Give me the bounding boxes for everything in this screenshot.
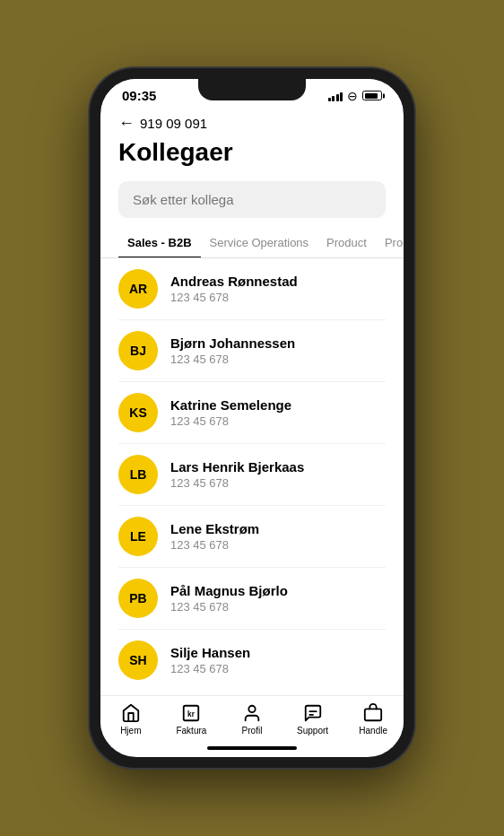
nav-item-hjem[interactable]: Hjem [100, 703, 161, 736]
phone-number: 919 09 091 [140, 116, 207, 131]
contact-info: Lene Ekstrøm 123 45 678 [170, 521, 386, 552]
page-title: Kollegaer [118, 138, 386, 167]
nav-label-faktura: Faktura [176, 726, 206, 736]
wifi-icon: ⊖ [347, 89, 358, 103]
contact-phone: 123 45 678 [170, 353, 386, 366]
contact-info: Katrine Semelenge 123 45 678 [170, 397, 386, 428]
status-time: 09:35 [122, 88, 156, 103]
contact-name: Katrine Semelenge [170, 397, 386, 413]
battery-icon [362, 91, 382, 100]
contact-name: Andreas Rønnestad [170, 274, 386, 289]
avatar: SH [118, 640, 158, 680]
home-bar [207, 746, 297, 750]
svg-point-2 [248, 706, 255, 712]
nav-label-hjem: Hjem [120, 726, 141, 736]
status-icons: ⊖ [328, 89, 383, 103]
handle-icon [363, 703, 383, 723]
search-input[interactable] [118, 181, 386, 218]
contact-name: Lene Ekstrøm [170, 521, 386, 536]
avatar: KS [118, 393, 158, 432]
profil-icon [242, 703, 262, 723]
app-content: ← 919 09 091 Kollegaer Sales - B2B Servi… [100, 107, 404, 695]
nav-item-faktura[interactable]: kr Faktura [161, 703, 222, 736]
home-indicator [100, 739, 404, 757]
nav-item-profil[interactable]: Profil [222, 703, 282, 736]
phone-frame: 09:35 ⊖ ← 919 09 091 [90, 68, 414, 768]
contact-item[interactable]: LB Lars Henrik Bjerkaas 123 45 678 [118, 444, 386, 506]
contact-info: Bjørn Johannessen 123 45 678 [170, 335, 386, 366]
avatar: LB [118, 455, 158, 494]
contact-name: Lars Henrik Bjerkaas [170, 459, 386, 475]
avatar: AR [118, 269, 158, 309]
contact-info: Pål Magnus Bjørlo 123 45 678 [170, 583, 386, 614]
contact-name: Silje Hansen [170, 645, 386, 660]
contact-item[interactable]: BJ Bjørn Johannessen 123 45 678 [118, 320, 386, 382]
avatar: LE [118, 517, 158, 556]
nav-label-support: Support [297, 726, 328, 736]
contact-info: Lars Henrik Bjerkaas 123 45 678 [170, 459, 386, 490]
avatar: PB [118, 579, 158, 618]
nav-item-handle[interactable]: Handle [343, 703, 404, 736]
support-icon [303, 703, 323, 723]
bottom-nav: Hjem kr Faktura Profil [100, 695, 404, 739]
nav-item-support[interactable]: Support [282, 703, 343, 736]
contact-phone: 123 45 678 [170, 600, 386, 614]
contact-phone: 123 45 678 [170, 291, 386, 304]
contact-phone: 123 45 678 [170, 662, 386, 675]
search-bar [118, 181, 386, 218]
contact-item[interactable]: PB Pål Magnus Bjørlo 123 45 678 [118, 568, 386, 630]
notch [198, 79, 306, 100]
faktura-icon: kr [181, 703, 201, 723]
contact-info: Silje Hansen 123 45 678 [170, 645, 386, 675]
tabs: Sales - B2B Service Operations Product P… [100, 229, 404, 258]
svg-text:kr: kr [187, 710, 196, 718]
contact-phone: 123 45 678 [170, 476, 386, 490]
tab-procu[interactable]: Procu... [376, 229, 404, 258]
contact-item[interactable]: KS Katrine Semelenge 123 45 678 [118, 382, 386, 444]
back-arrow-icon: ← [118, 114, 135, 133]
phone-screen: 09:35 ⊖ ← 919 09 091 [100, 79, 404, 757]
tab-product[interactable]: Product [317, 229, 376, 258]
contact-item[interactable]: LE Lene Ekstrøm 123 45 678 [118, 506, 386, 568]
contact-list: AR Andreas Rønnestad 123 45 678 BJ Bjørn… [100, 258, 404, 695]
contact-phone: 123 45 678 [170, 414, 386, 428]
home-icon [121, 703, 141, 723]
contact-name: Pål Magnus Bjørlo [170, 583, 386, 598]
contact-item[interactable]: AR Andreas Rønnestad 123 45 678 [118, 258, 386, 320]
contact-item[interactable]: SH Silje Hansen 123 45 678 [118, 630, 386, 691]
nav-label-handle: Handle [359, 726, 387, 736]
contact-name: Bjørn Johannessen [170, 335, 386, 351]
svg-rect-5 [365, 709, 381, 720]
header: ← 919 09 091 Kollegaer [100, 107, 404, 181]
tab-sales-b2b[interactable]: Sales - B2B [118, 229, 201, 258]
contact-phone: 123 45 678 [170, 538, 386, 552]
back-nav[interactable]: ← 919 09 091 [118, 114, 386, 133]
contact-info: Andreas Rønnestad 123 45 678 [170, 274, 386, 304]
nav-label-profil: Profil [242, 726, 263, 736]
signal-icon [328, 91, 343, 101]
avatar: BJ [118, 331, 158, 370]
tab-service-operations[interactable]: Service Operations [201, 229, 318, 258]
